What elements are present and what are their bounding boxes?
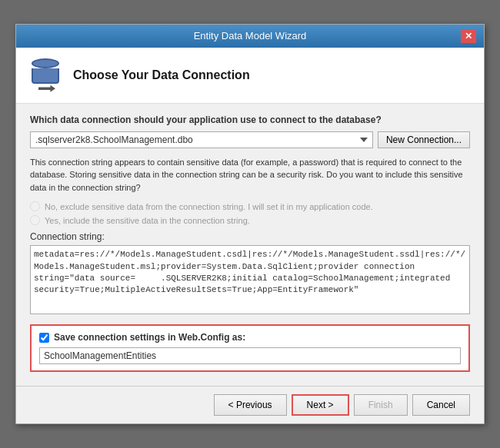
db-icon-top <box>32 58 59 68</box>
connection-string-wrapper: metadata=res://*/Models.ManageStudent.cs… <box>30 245 470 317</box>
save-section: Save connection settings in Web.Config a… <box>30 324 470 372</box>
connection-dropdown[interactable]: .sqlserver2k8.SchoolManagement.dbo <box>30 131 373 148</box>
header-title: Choose Your Data Connection <box>73 68 250 82</box>
radio-no-label: No, exclude sensitive data from the conn… <box>45 202 373 211</box>
finish-button[interactable]: Finish <box>354 394 408 416</box>
db-icon-cylinder <box>32 68 59 84</box>
save-label: Save connection settings in Web.Config a… <box>54 332 245 343</box>
save-checkbox[interactable] <box>39 333 49 343</box>
connection-string-textarea[interactable]: metadata=res://*/Models.ManageStudent.cs… <box>30 245 470 314</box>
next-button[interactable]: Next > <box>292 394 349 416</box>
radio-option-yes: Yes, include the sensitive data in the c… <box>30 215 470 225</box>
dialog-title: Entity Data Model Wizard <box>39 30 461 41</box>
footer-section: < Previous Next > Finish Cancel <box>16 386 484 423</box>
header-section: Choose Your Data Connection <box>16 48 484 104</box>
arrow-icon <box>38 85 55 92</box>
connection-name-input[interactable] <box>39 347 461 364</box>
entity-data-model-wizard: Entity Data Model Wizard ✕ Choose Your D… <box>15 24 485 425</box>
radio-yes-label: Yes, include the sensitive data in the c… <box>45 216 250 225</box>
radio-option-no: No, exclude sensitive data from the conn… <box>30 201 470 211</box>
database-connection-icon <box>28 58 62 92</box>
close-button[interactable]: ✕ <box>461 29 476 43</box>
new-connection-button[interactable]: New Connection... <box>378 131 470 148</box>
radio-no[interactable] <box>30 201 40 211</box>
save-checkbox-row: Save connection settings in Web.Config a… <box>39 332 461 343</box>
previous-button[interactable]: < Previous <box>214 394 287 416</box>
cancel-button[interactable]: Cancel <box>412 394 470 416</box>
question-label: Which data connection should your applic… <box>30 114 470 125</box>
radio-yes[interactable] <box>30 215 40 225</box>
title-bar: Entity Data Model Wizard ✕ <box>16 25 484 48</box>
sensitive-data-text: This connection string appears to contai… <box>30 156 470 194</box>
connection-row: .sqlserver2k8.SchoolManagement.dbo New C… <box>30 131 470 148</box>
body-section: Which data connection should your applic… <box>16 104 484 383</box>
connection-string-label: Connection string: <box>30 231 470 242</box>
